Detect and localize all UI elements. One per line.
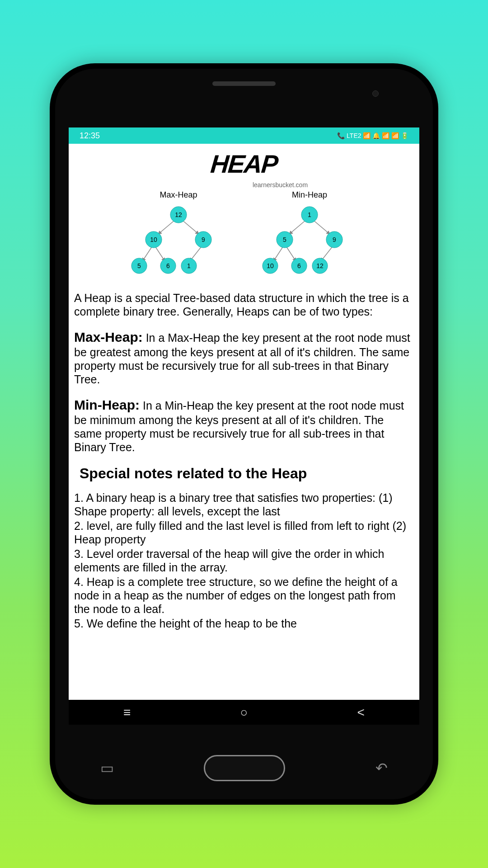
back-button[interactable]: ↶: [375, 760, 388, 777]
max-heap-label: Max-Heap:: [74, 330, 143, 344]
speaker-grille: [212, 81, 276, 86]
svg-text:6: 6: [297, 262, 301, 269]
hardware-buttons: ▭ ↶: [55, 755, 433, 781]
front-camera: [372, 90, 379, 97]
min-heap-diagram: Min-Heap 1 5 9 10 6 12: [258, 190, 361, 278]
svg-text:1: 1: [308, 211, 311, 218]
svg-text:12: 12: [175, 211, 182, 218]
max-heap-section: Max-Heap: In a Max-Heap the key present …: [74, 329, 414, 386]
svg-text:10: 10: [267, 262, 274, 269]
svg-text:6: 6: [166, 262, 170, 269]
svg-text:1: 1: [187, 262, 191, 269]
status-time: 12:35: [80, 131, 100, 141]
menu-icon[interactable]: ≡: [123, 705, 131, 720]
min-heap-section: Min-Heap: In a Min-Heap the key present …: [74, 397, 414, 454]
phone-frame: 12:35 📞 LTE2 📶 🔔 📶 📶 🔋 HEAP learnersbuck…: [50, 63, 438, 805]
back-icon[interactable]: <: [357, 705, 365, 720]
min-heap-label: Min-Heap:: [74, 397, 140, 412]
svg-text:10: 10: [150, 236, 157, 243]
page-title: HEAP: [71, 149, 417, 179]
phone-inner: 12:35 📞 LTE2 📶 🔔 📶 📶 🔋 HEAP learnersbuck…: [55, 69, 433, 799]
android-nav-bar: ≡ ○ <: [69, 700, 419, 725]
note-5: 5. We define the height of the heap to b…: [74, 617, 414, 630]
max-heap-diagram: Max-Heap 12 10 9 5 6 1: [127, 190, 230, 278]
note-2: 2. level, are fully filled and the last …: [74, 519, 414, 546]
intro-paragraph: A Heap is a special Tree-based data stru…: [74, 291, 414, 318]
body-text: A Heap is a special Tree-based data stru…: [72, 291, 416, 630]
max-heap-title: Max-Heap: [127, 190, 230, 200]
notes-heading: Special notes related to the Heap: [80, 465, 414, 482]
note-1: 1. A binary heap is a binary tree that s…: [74, 491, 414, 518]
screen: 12:35 📞 LTE2 📶 🔔 📶 📶 🔋 HEAP learnersbuck…: [69, 127, 419, 700]
status-bar: 12:35 📞 LTE2 📶 🔔 📶 📶 🔋: [69, 127, 419, 144]
content-area[interactable]: HEAP learnersbucket.com Max-Heap 12 10 9: [69, 144, 419, 637]
note-4: 4. Heap is a complete tree structure, so…: [74, 575, 414, 616]
heap-diagrams: Max-Heap 12 10 9 5 6 1: [72, 190, 416, 278]
min-heap-title: Min-Heap: [258, 190, 361, 200]
recent-apps-button[interactable]: ▭: [100, 760, 114, 777]
status-icons: 📞 LTE2 📶 🔔 📶 📶 🔋: [337, 132, 408, 139]
svg-text:9: 9: [202, 236, 205, 243]
attribution-text: learnersbucket.com: [145, 181, 416, 189]
home-icon[interactable]: ○: [240, 705, 248, 720]
home-button[interactable]: [204, 755, 285, 781]
note-3: 3. Level order traversal of the heap wil…: [74, 547, 414, 574]
min-heap-tree: 1 5 9 10 6 12: [258, 203, 361, 276]
svg-text:5: 5: [137, 262, 141, 269]
max-heap-tree: 12 10 9 5 6 1: [127, 203, 230, 276]
notes-list: 1. A binary heap is a binary tree that s…: [74, 491, 414, 630]
svg-text:5: 5: [283, 236, 286, 243]
svg-text:12: 12: [316, 262, 324, 269]
svg-text:9: 9: [333, 236, 336, 243]
